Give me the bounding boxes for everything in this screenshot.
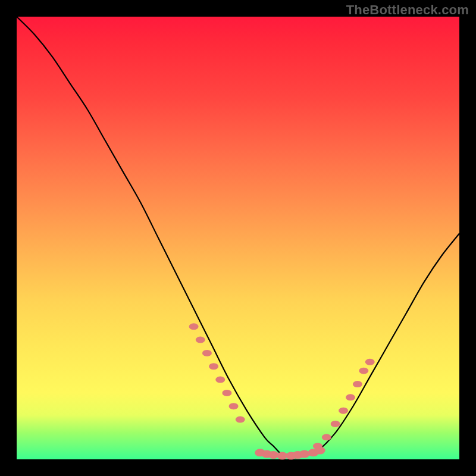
bottleneck-curve-line (17, 17, 459, 458)
marker-dot (222, 390, 231, 396)
marker-dot (196, 337, 205, 343)
watermark-text: TheBottleneck.com (346, 2, 469, 18)
marker-dot (229, 403, 239, 409)
marker-dot (346, 394, 355, 400)
marker-dot (322, 434, 331, 440)
marker-dot (189, 323, 199, 330)
chart-frame: TheBottleneck.com (0, 0, 476, 476)
marker-dot (339, 408, 348, 414)
marker-dot (359, 368, 368, 374)
marker-dot (315, 447, 325, 455)
marker-group (189, 323, 375, 459)
marker-dot (215, 377, 225, 383)
bottleneck-curve-chart (17, 17, 459, 459)
marker-dot (202, 350, 212, 356)
marker-dot (353, 381, 362, 387)
marker-dot (331, 421, 340, 427)
marker-dot (365, 359, 375, 365)
marker-dot (209, 363, 218, 369)
marker-dot (236, 416, 245, 423)
marker-dot (299, 450, 310, 458)
